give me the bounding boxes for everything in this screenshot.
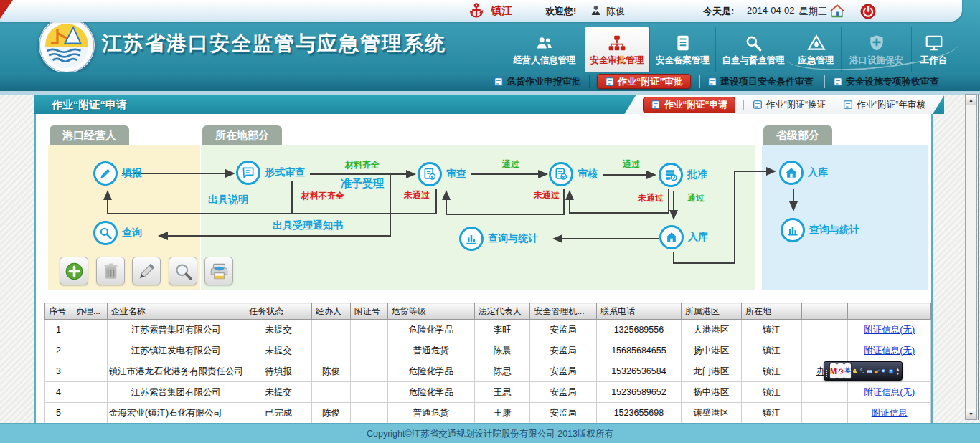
table-row[interactable]: 4江苏索普集团有限公司未提交危险化学品王思安监局15236589652扬中港区镇… (45, 382, 931, 403)
edit-button[interactable] (132, 257, 161, 285)
table-cell: 镇江 (741, 340, 801, 361)
main-nav-tab-7[interactable]: 工作台 (911, 27, 956, 72)
ime-disabled-icon[interactable] (837, 363, 844, 378)
sub-nav-item-2[interactable]: 作业“附证”审批 (597, 74, 691, 89)
app-logo (39, 17, 95, 73)
table-cell: 镇江 (741, 382, 801, 403)
table-cell: 谏壁港区 (681, 403, 741, 424)
cert-info-link[interactable]: 附证信息(无) (864, 387, 915, 397)
house-icon (664, 230, 679, 244)
column-header: 安全管理机... (530, 303, 597, 320)
table-cell: 普通危货 (387, 340, 474, 361)
page-tab-2[interactable]: 作业“附证“换证 (753, 99, 826, 111)
table-row[interactable]: 2江苏镇江发电有限公司未提交普通危货陈晨安监局15685684655扬中港区镇江… (45, 340, 931, 361)
orgchart-icon (608, 34, 626, 52)
form-icon (651, 100, 661, 110)
page-tab-3[interactable]: 作业“附证“年审核 (843, 99, 925, 111)
main-nav-tab-label: 安全审批管理 (590, 54, 644, 67)
logout-button[interactable] (859, 3, 877, 20)
table-cell: 3 (45, 361, 72, 382)
main-nav-tab-5[interactable]: 应急管理 (791, 27, 841, 72)
ime-english-icon[interactable]: 英 (844, 363, 851, 378)
monitor-icon (925, 34, 943, 52)
shield-icon (867, 34, 886, 52)
main-nav-tab-2[interactable]: 安全审批管理 (585, 27, 649, 72)
table-cell: 陈俊 (312, 403, 351, 424)
ime-toolbar[interactable]: M英°,?▴▾ (824, 361, 903, 381)
cert-info-link[interactable]: 附证信息(无) (864, 346, 915, 356)
ime-keyboard-icon[interactable] (866, 363, 872, 378)
ime-punctuation-icon[interactable]: °, (859, 363, 865, 378)
ime-tools-icon[interactable] (873, 363, 880, 378)
table-cell (72, 361, 107, 382)
search-button[interactable] (169, 257, 197, 285)
edge-label-acceptance-notice: 出具受理通知书 (273, 219, 343, 232)
column-header: 危货等级 (387, 303, 474, 320)
sub-nav-item-4[interactable]: 安全设施专项验收审查 (833, 74, 939, 89)
table-row[interactable]: 5金海宏业(镇江)石化有限公司已完成陈俊普通危货王康安监局1523655698谏… (45, 403, 931, 424)
table-cell: 1 (45, 320, 72, 340)
page-tab-label: 作业“附证“申请 (664, 99, 727, 111)
printer-icon (209, 262, 229, 281)
delete-button[interactable] (96, 257, 125, 285)
main-nav-tab-3[interactable]: 安全备案管理 (649, 27, 715, 72)
table-cell[interactable]: 附证信息(无) (848, 340, 931, 361)
form-icon (843, 100, 853, 110)
main-nav-tab-6[interactable]: 港口设施保安 (841, 27, 911, 72)
table-cell (72, 320, 107, 340)
column-header (801, 303, 848, 320)
flow-node-label: 形式审查 (265, 166, 305, 179)
flow-node-label: 入库 (688, 231, 708, 244)
page-tab-1[interactable]: 作业“附证“申请 (643, 97, 735, 113)
main-nav-tab-label: 经营人信息管理 (513, 54, 576, 67)
ime-fullhalf-moon-icon[interactable] (852, 363, 858, 378)
table-cell[interactable]: 附证信息(无) (848, 320, 931, 340)
add-button[interactable] (60, 257, 88, 285)
stamp-icon (664, 168, 678, 182)
table-cell[interactable]: 附证信息(无) (848, 382, 931, 403)
edge-label-fail-2: 未通过 (534, 189, 560, 201)
magnifier_gray-icon (174, 262, 193, 281)
corner-ribbon (0, 0, 13, 19)
ime-search-icon[interactable] (880, 363, 887, 378)
ime-help-icon[interactable]: ? (887, 363, 894, 378)
flow-node-shencha: 审查 (418, 162, 466, 186)
ime-grip-handle[interactable] (826, 365, 829, 378)
table-cell[interactable]: 附证信息 (848, 403, 931, 424)
edge-label-pass-2: 通过 (623, 158, 640, 171)
main-nav-tab-4[interactable]: 自查与督查管理 (715, 27, 791, 72)
ime-logo-icon[interactable]: M (830, 363, 837, 378)
pen-icon (137, 262, 156, 281)
table-cell: 扬中港区 (681, 382, 741, 403)
cert-info-link[interactable]: 附证信息(无) (864, 325, 915, 335)
column-header (848, 303, 931, 320)
ime-collapse-icon[interactable]: ▴▾ (895, 363, 901, 378)
username-label: 陈俊 (606, 5, 625, 18)
edge-label-pass-3: 通过 (687, 192, 705, 204)
table-cell: 未提交 (245, 382, 312, 403)
table-cell: 已完成 (245, 403, 312, 424)
sub-nav-item-1[interactable]: 危货作业申报审批 (494, 74, 581, 89)
table-row[interactable]: 3镇江市港龙石化港务有限责任公司待填报陈俊危险化学品陈思安监局153265365… (45, 361, 931, 382)
column-header: 任务状态 (245, 303, 312, 320)
table-row[interactable]: 1江苏索普集团有限公司未提交危险化学品李旺安监局1325689556大港港区镇江… (45, 320, 931, 340)
app-header: 江苏省港口安全监管与应急管理系统 经营人信息管理安全审批管理安全备案管理自查与督… (0, 22, 980, 72)
print-button[interactable] (204, 257, 233, 285)
magnifier-icon (98, 226, 113, 240)
scroll-down-button[interactable]: ▼ (966, 409, 976, 419)
home-button[interactable] (829, 2, 846, 19)
sub-nav-item-label: 建设项目安全条件审查 (720, 75, 814, 88)
form-icon (833, 77, 843, 87)
main-nav-tab-label: 应急管理 (798, 54, 834, 67)
scroll-up-button[interactable]: ▲ (966, 95, 976, 105)
page-title: 作业“附证“申请 (52, 98, 127, 112)
document-icon (674, 34, 692, 52)
vertical-scrollbar[interactable]: ▲ ▼ (965, 94, 977, 420)
main-nav-tab-1[interactable]: 经营人信息管理 (504, 27, 585, 72)
add-icon (65, 262, 84, 281)
main-nav-tab-label: 自查与督查管理 (722, 54, 785, 67)
cert-info-link[interactable]: 附证信息 (872, 408, 908, 418)
sub-nav-item-3[interactable]: 建设项目安全条件审查 (707, 74, 814, 89)
table-cell (801, 382, 848, 403)
table-cell: 安监局 (530, 403, 597, 424)
